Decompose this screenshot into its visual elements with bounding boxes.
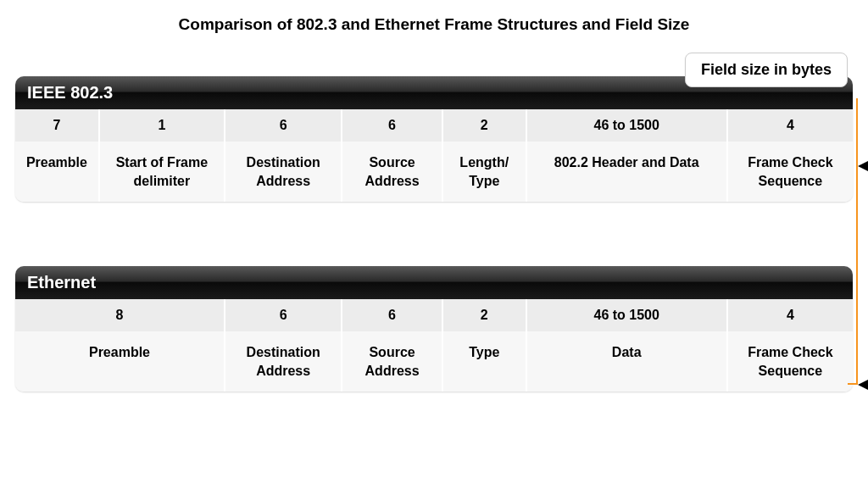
size-cell: 46 to 1500 <box>526 299 727 331</box>
size-row-ethernet: 8 6 6 2 46 to 1500 4 <box>15 299 853 331</box>
field-name-cell: Preamble <box>15 142 99 202</box>
field-name-cell: Destination Address <box>225 331 342 392</box>
field-size-callout: Field size in bytes <box>685 53 848 87</box>
size-cell: 46 to 1500 <box>526 109 727 142</box>
size-cell: 1 <box>99 109 225 142</box>
size-cell: 2 <box>442 299 526 331</box>
field-name-cell: 802.2 Header and Data <box>526 142 727 202</box>
callout-connector-top <box>856 98 858 102</box>
panel-header-ethernet: Ethernet <box>15 266 853 299</box>
diagram-title: Comparison of 802.3 and Ethernet Frame S… <box>0 0 868 46</box>
field-name-cell: Length/ Type <box>442 142 526 202</box>
arrow-to-8023 <box>858 161 868 171</box>
field-name-cell: Frame Check Sequence <box>727 331 853 392</box>
field-name-cell: Source Address <box>342 331 442 392</box>
frame-table-8023: 7 1 6 6 2 46 to 1500 4 Preamble Start of… <box>15 109 853 202</box>
size-cell: 7 <box>15 109 99 142</box>
name-row-ethernet: Preamble Destination Address Source Addr… <box>15 331 853 392</box>
size-row-8023: 7 1 6 6 2 46 to 1500 4 <box>15 109 853 142</box>
field-name-cell: Type <box>442 331 526 392</box>
field-name-cell: Source Address <box>342 142 442 202</box>
size-cell: 2 <box>442 109 526 142</box>
callout-connector-line <box>848 100 858 385</box>
size-cell: 4 <box>727 299 853 331</box>
panel-ieee-8023: IEEE 802.3 7 1 6 6 2 46 to 1500 4 Preamb… <box>15 76 853 202</box>
size-cell: 6 <box>342 299 442 331</box>
field-name-cell: Data <box>526 331 727 392</box>
size-cell: 6 <box>225 109 342 142</box>
field-name-cell: Destination Address <box>225 142 342 202</box>
field-name-cell: Start of Frame delimiter <box>99 142 225 202</box>
field-name-cell: Preamble <box>15 331 225 392</box>
size-cell: 6 <box>225 299 342 331</box>
name-row-8023: Preamble Start of Frame delimiter Destin… <box>15 142 853 202</box>
frame-table-ethernet: 8 6 6 2 46 to 1500 4 Preamble Destinatio… <box>15 299 853 392</box>
size-cell: 6 <box>342 109 442 142</box>
size-cell: 8 <box>15 299 225 331</box>
field-name-cell: Frame Check Sequence <box>727 142 853 202</box>
size-cell: 4 <box>727 109 853 142</box>
arrow-to-ethernet <box>858 380 868 390</box>
panel-ethernet: Ethernet 8 6 6 2 46 to 1500 4 Preamble D… <box>15 266 853 392</box>
